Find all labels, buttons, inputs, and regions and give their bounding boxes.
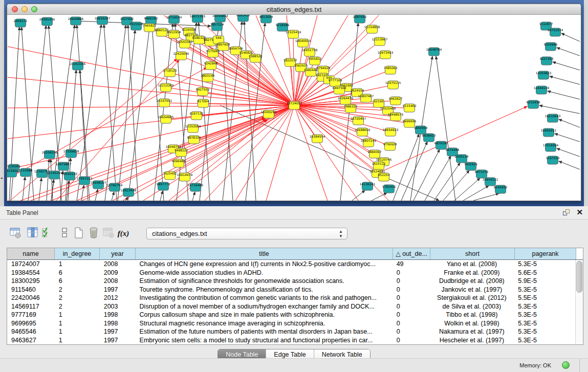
function-builder-icon[interactable]: f(x) <box>117 227 130 240</box>
table-cell[interactable]: 2 <box>55 294 100 302</box>
close-panel-icon[interactable]: ✕ <box>576 208 583 217</box>
table-cell[interactable]: 1 <box>55 319 100 328</box>
table-cell[interactable]: Dudbridge et al. (2008) <box>430 277 514 286</box>
table-source-dropdown[interactable]: citations_edges.txt ▲▼ <box>146 228 347 239</box>
table-cell[interactable]: Wolkin et al. (1998) <box>430 319 514 328</box>
column-header-in_degree[interactable]: in_degree <box>55 248 100 259</box>
table-cell[interactable]: 49 <box>393 260 430 269</box>
table-cell[interactable]: 1997 <box>100 336 136 345</box>
table-cell[interactable]: Corpus callosum shape and size in male p… <box>136 311 393 319</box>
table-cell[interactable]: Structural magnetic resonance image aver… <box>136 319 393 328</box>
table-row[interactable]: 946554611997Estimation of the future num… <box>7 327 575 336</box>
table-cell[interactable]: Tibbo et al. (1998) <box>430 311 514 319</box>
table-cell[interactable]: 1997 <box>100 327 136 336</box>
table-cell[interactable]: 0 <box>393 294 430 302</box>
vertical-scrollbar[interactable] <box>575 260 583 344</box>
table-row[interactable]: 969969511998Structural magnetic resonanc… <box>7 319 575 328</box>
table-cell[interactable]: 1 <box>55 260 100 269</box>
new-table-icon[interactable] <box>72 227 85 240</box>
table-cell[interactable]: 1 <box>55 327 100 336</box>
table-cell[interactable]: 9699695 <box>7 319 55 328</box>
table-cell[interactable]: 1 <box>55 311 100 319</box>
memory-ok-indicator-icon[interactable] <box>562 361 570 369</box>
table-row[interactable]: 1872400712008Changes of HCN gene express… <box>7 260 575 269</box>
table-row[interactable]: 1830029562008Estimation of significance … <box>7 277 575 286</box>
table-cell[interactable]: 0 <box>393 327 430 336</box>
table-cell[interactable]: 5.3E-5 <box>514 286 575 294</box>
network-graph-canvas[interactable]: 1872400724055722039143626944866106552871… <box>7 15 581 201</box>
table-cell[interactable]: Hescheler et al. (1997) <box>430 336 514 345</box>
table-row[interactable]: 911546021997Tourette syndrome. Phenomeno… <box>7 286 575 294</box>
table-cell[interactable]: 0 <box>393 286 430 294</box>
table-cell[interactable]: 9463627 <box>7 336 55 345</box>
table-row[interactable]: 946362711997Embryonic stem cells: a mode… <box>7 336 575 345</box>
table-cell[interactable]: 2009 <box>100 269 136 277</box>
table-cell[interactable]: 2008 <box>100 260 136 269</box>
zoom-window-button[interactable] <box>31 6 37 12</box>
table-cell[interactable]: 18724007 <box>7 260 55 269</box>
table-cell[interactable]: 2008 <box>100 277 136 286</box>
table-cell[interactable]: 9115460 <box>7 286 55 294</box>
close-window-button[interactable] <box>12 6 18 12</box>
table-cell[interactable]: 2012 <box>100 294 136 302</box>
table-cell[interactable]: Changes of HCN gene expression and I(f) … <box>136 260 393 269</box>
table-cell[interactable]: Stergiakouli et al. (2012) <box>430 294 514 302</box>
table-cell[interactable]: 5.3E-5 <box>514 302 575 311</box>
column-header-out_de[interactable]: △ out_de... <box>393 248 430 259</box>
table-cell[interactable]: 0 <box>393 277 430 286</box>
table-row[interactable]: 1938455462009Genome-wide association stu… <box>7 269 575 277</box>
table-cell[interactable]: 1997 <box>100 286 136 294</box>
table-cell[interactable]: 5.3E-5 <box>514 311 575 319</box>
scrollbar-thumb[interactable] <box>576 261 582 293</box>
table-cell[interactable]: 0 <box>393 319 430 328</box>
table-cell[interactable]: 1998 <box>100 311 136 319</box>
column-header-year[interactable]: year <box>100 248 136 259</box>
table-cell[interactable]: de Silva et al. (2003) <box>430 302 514 311</box>
table-cell[interactable]: 19384554 <box>7 269 55 277</box>
column-header-pagerank[interactable]: pagerank <box>515 248 576 259</box>
table-cell[interactable]: 5.3E-5 <box>514 319 575 328</box>
column-header-title[interactable]: title <box>136 248 393 259</box>
table-cell[interactable]: Jankovic et al. (1997) <box>430 286 514 294</box>
table-cell[interactable]: 6 <box>55 269 100 277</box>
table-cell[interactable]: 0 <box>393 302 430 311</box>
table-cell[interactable]: Franke et al. (2009) <box>430 269 514 277</box>
table-column-icon[interactable] <box>26 227 39 240</box>
table-row[interactable]: 977716911998Corpus callosum shape and si… <box>7 311 575 319</box>
table-cell[interactable]: 5.6E-5 <box>514 269 575 277</box>
table-cell[interactable]: 2003 <box>100 302 136 311</box>
table-cell[interactable]: 0 <box>393 311 430 319</box>
panel-splitter-handle[interactable]: ▴ <box>291 202 293 206</box>
table-cell[interactable]: Nakamura et al. (1997) <box>430 327 514 336</box>
table-cell[interactable]: 5.3E-5 <box>514 327 575 336</box>
table-row[interactable]: 1456911722003Disruption of a novel membe… <box>7 302 575 311</box>
table-cell[interactable]: 5.3E-5 <box>514 260 575 269</box>
table-cell[interactable]: 6 <box>55 277 100 286</box>
network-window-titlebar[interactable]: citations_edges.txt <box>7 4 581 15</box>
table-cell[interactable]: 18300295 <box>7 277 55 286</box>
select-attributes-icon[interactable] <box>40 227 54 240</box>
table-cell[interactable]: 0 <box>393 336 430 345</box>
table-cell[interactable]: Tourette syndrome. Phenomenology and cla… <box>136 286 393 294</box>
table-cell[interactable]: 0 <box>393 269 430 277</box>
table-settings-icon[interactable] <box>9 227 22 240</box>
column-header-short[interactable]: short <box>430 248 515 259</box>
table-cell[interactable]: Estimation of significance thresholds fo… <box>136 277 393 286</box>
table-row[interactable]: 2242004622012Investigating the contribut… <box>7 294 575 302</box>
table-cell[interactable]: 2 <box>55 302 100 311</box>
table-cell[interactable]: 5.9E-5 <box>514 277 575 286</box>
table-cell[interactable]: 1998 <box>100 319 136 328</box>
table-cell[interactable]: Genome-wide association studies in ADHD. <box>136 269 393 277</box>
table-cell[interactable]: 9777169 <box>7 311 55 319</box>
table-cell[interactable]: Yano et al. (2008) <box>430 260 514 269</box>
row-height-icon[interactable] <box>58 227 71 240</box>
table-cell[interactable]: 22420046 <box>7 294 55 302</box>
table-cell[interactable]: 14569117 <box>7 302 55 311</box>
table-cell[interactable]: 2 <box>55 286 100 294</box>
panel-collapse-arrow-icon[interactable]: ◂ <box>1 176 3 180</box>
table-cell[interactable]: Estimation of the future numbers of pati… <box>136 327 393 336</box>
table-cell[interactable]: Embryonic stem cells: a model to study s… <box>136 336 393 345</box>
column-header-name[interactable]: name <box>7 248 55 259</box>
minimize-window-button[interactable] <box>21 6 28 12</box>
table-cell[interactable]: 5.5E-5 <box>514 294 575 302</box>
